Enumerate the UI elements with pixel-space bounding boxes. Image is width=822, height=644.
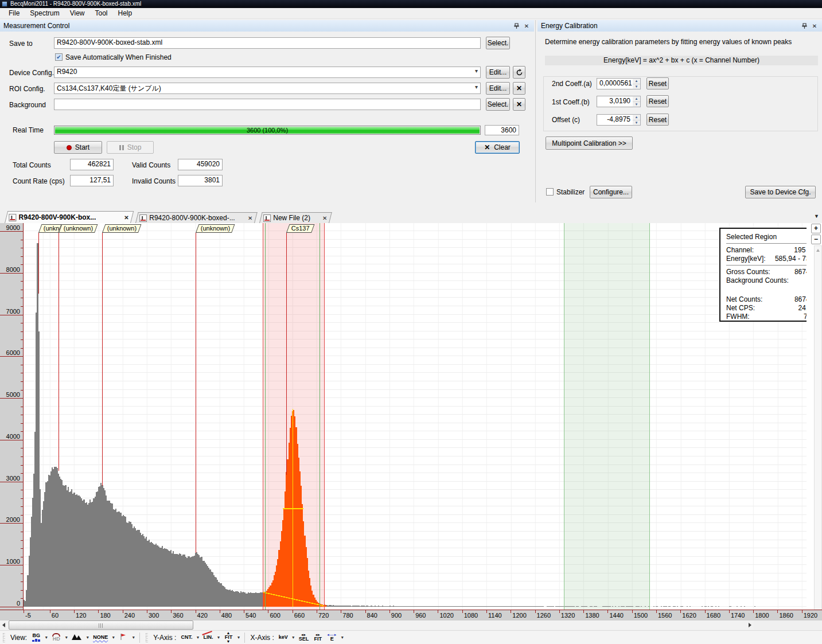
- clear-button[interactable]: ✕ Clear: [475, 141, 520, 154]
- x-axis-kev-dropdown-icon[interactable]: ▾: [290, 631, 297, 644]
- x-axis-xfit-button[interactable]: ◂▸FIT: [311, 631, 325, 644]
- x-axis-sel-button[interactable]: ◂▸SEL: [297, 631, 311, 644]
- x-axis-energy-dropdown-icon[interactable]: ▾: [339, 631, 345, 644]
- stop-button[interactable]: Stop: [107, 141, 154, 154]
- spin-down-icon[interactable]: ▼: [633, 102, 640, 107]
- menu-view[interactable]: View: [65, 9, 90, 18]
- tab-close-icon[interactable]: ✕: [322, 215, 327, 221]
- zoom-in-button[interactable]: +: [811, 224, 821, 233]
- roi-clear-button[interactable]: ✕: [513, 82, 525, 95]
- roi-edit-button[interactable]: Edit...: [486, 82, 510, 95]
- y-axis-cnt-dropdown-icon[interactable]: ▾: [194, 631, 201, 644]
- tab-list-dropdown-icon[interactable]: ▼: [814, 213, 819, 219]
- device-config-combo[interactable]: R9420: [54, 67, 481, 78]
- x-axis-energy-button[interactable]: ◂—▸E: [325, 631, 339, 644]
- save-to-select-button[interactable]: Select.: [486, 37, 510, 49]
- y-axis-yfit-button[interactable]: ▲FIT▼: [221, 631, 235, 644]
- offset-input[interactable]: -4,8975: [597, 114, 633, 126]
- view-peaks-dropdown-icon[interactable]: ▾: [84, 631, 91, 644]
- title-bar[interactable]: BecqMoni2011 - R9420-800V-900K-boxed-sta…: [0, 0, 822, 8]
- y-axis-cnt-button[interactable]: CNT.: [178, 631, 194, 644]
- plot-area[interactable]: (unknown)(unknown)(unknown)(unknown)Cs13…: [24, 223, 807, 610]
- pin-icon[interactable]: [512, 22, 520, 30]
- y-axis-lin-dropdown-icon[interactable]: ▾: [215, 631, 221, 644]
- y-axis-yfit-dropdown-icon[interactable]: ▾: [235, 631, 241, 644]
- roi-tag-5[interactable]: Cs137: [286, 224, 314, 233]
- y-axis-lin-button[interactable]: LIN.: [201, 631, 215, 644]
- view-bg-dropdown-icon[interactable]: ▾: [43, 631, 49, 644]
- x-axis-kev-button[interactable]: keV: [276, 631, 290, 644]
- spin-up-icon[interactable]: ▲: [633, 96, 640, 102]
- device-refresh-button[interactable]: [513, 66, 525, 79]
- view-marker-button[interactable]: [116, 631, 130, 644]
- background-input[interactable]: [54, 99, 481, 110]
- start-button[interactable]: Start: [54, 141, 102, 154]
- menu-file[interactable]: File: [3, 9, 25, 18]
- coeff1-spinner[interactable]: ▲▼: [633, 96, 641, 107]
- spin-up-icon[interactable]: ▲: [633, 115, 640, 120]
- panel-divider: [535, 20, 536, 202]
- coeff2-spinner[interactable]: ▲▼: [633, 78, 641, 89]
- scroll-right-button[interactable]: [746, 620, 754, 630]
- hscroll-track[interactable]: [8, 620, 746, 630]
- device-edit-button[interactable]: Edit...: [486, 66, 510, 79]
- tab-close-icon[interactable]: ✕: [248, 215, 252, 221]
- toolbar-grip[interactable]: [146, 633, 148, 642]
- vertical-scrollbar[interactable]: [814, 245, 822, 620]
- offset-reset-button[interactable]: Reset: [646, 114, 669, 126]
- view-smoothing-button[interactable]: NONE: [91, 631, 110, 644]
- view-marker-dropdown-icon[interactable]: ▾: [130, 631, 137, 644]
- roi-tag-4[interactable]: (unknown): [196, 224, 235, 233]
- offset-spinner[interactable]: ▲▼: [633, 114, 641, 126]
- tab-2[interactable]: R9420-800V-900K-boxed-...✕: [135, 212, 258, 223]
- coeff2-input[interactable]: 0,0000561: [597, 78, 633, 89]
- x-icon: ✕: [516, 84, 522, 92]
- pin-icon[interactable]: [800, 22, 808, 30]
- roi-tag-3[interactable]: (unknown): [102, 224, 142, 233]
- configure-button[interactable]: Configure...: [590, 186, 632, 198]
- zoom-out-button[interactable]: −: [811, 235, 821, 244]
- tab-1[interactable]: R9420-800V-900K-box...✕: [5, 211, 134, 223]
- coeff1-input[interactable]: 3,0190: [597, 96, 633, 107]
- tab-close-icon[interactable]: ✕: [124, 214, 128, 221]
- background-select-button[interactable]: Select.: [486, 98, 510, 111]
- real-time-value-input[interactable]: 3600: [485, 125, 519, 135]
- y-tick-label: 1000: [6, 558, 20, 565]
- background-clear-button[interactable]: ✕: [513, 98, 525, 111]
- spin-up-icon[interactable]: ▲: [633, 79, 640, 84]
- coeff2-reset-button[interactable]: Reset: [646, 77, 669, 89]
- view-bg-button[interactable]: BG: [29, 631, 43, 644]
- hscroll-thumb[interactable]: [9, 620, 193, 630]
- tab-3[interactable]: New File (2)✕: [259, 212, 332, 223]
- energy-calibration-header[interactable]: Energy Calibration ✕: [537, 20, 822, 32]
- menu-tool[interactable]: Tool: [90, 9, 113, 18]
- roi-tag-2[interactable]: (unknown): [59, 224, 98, 233]
- toolbar-grip[interactable]: [3, 633, 5, 642]
- stabilizer-checkbox[interactable]: [546, 188, 554, 196]
- close-icon[interactable]: ✕: [811, 22, 819, 30]
- menu-help[interactable]: Help: [113, 9, 138, 18]
- spectrum-svg: [24, 223, 807, 610]
- view-peaks-button[interactable]: [69, 631, 84, 644]
- view-smoothing-dropdown-icon[interactable]: ▾: [110, 631, 116, 644]
- spin-down-icon[interactable]: ▼: [633, 84, 640, 89]
- save-to-input[interactable]: R9420-800V-900K-boxed-stab.xml: [54, 37, 481, 49]
- scroll-up-icon[interactable]: [816, 249, 820, 252]
- save-to-device-button[interactable]: Save to Device Cfg.: [745, 186, 816, 198]
- coeff1-reset-button[interactable]: Reset: [646, 95, 669, 107]
- spin-down-icon[interactable]: ▼: [633, 120, 640, 126]
- close-icon[interactable]: ✕: [523, 22, 531, 30]
- y-major-tick: [0, 565, 24, 565]
- region-stat-label: Channel:: [726, 246, 754, 255]
- spectrum-chart[interactable]: (unknown)(unknown)(unknown)(unknown)Cs13…: [0, 223, 822, 610]
- view-hd-button[interactable]: HD: [49, 631, 63, 644]
- x-tick: [462, 610, 463, 613]
- measurement-control-header[interactable]: Measurement Control ✕: [0, 20, 534, 32]
- multipoint-calibration-button[interactable]: Multipoint Calibration >>: [546, 136, 633, 150]
- y-major-tick: [0, 356, 24, 357]
- roi-config-combo[interactable]: Cs134,Cs137,K40定量 (サンプル): [54, 83, 481, 94]
- menu-spectrum[interactable]: Spectrum: [25, 9, 64, 18]
- scroll-left-button[interactable]: [0, 620, 8, 630]
- autosave-checkbox[interactable]: ✔: [55, 53, 63, 61]
- view-hd-dropdown-icon[interactable]: ▾: [63, 631, 69, 644]
